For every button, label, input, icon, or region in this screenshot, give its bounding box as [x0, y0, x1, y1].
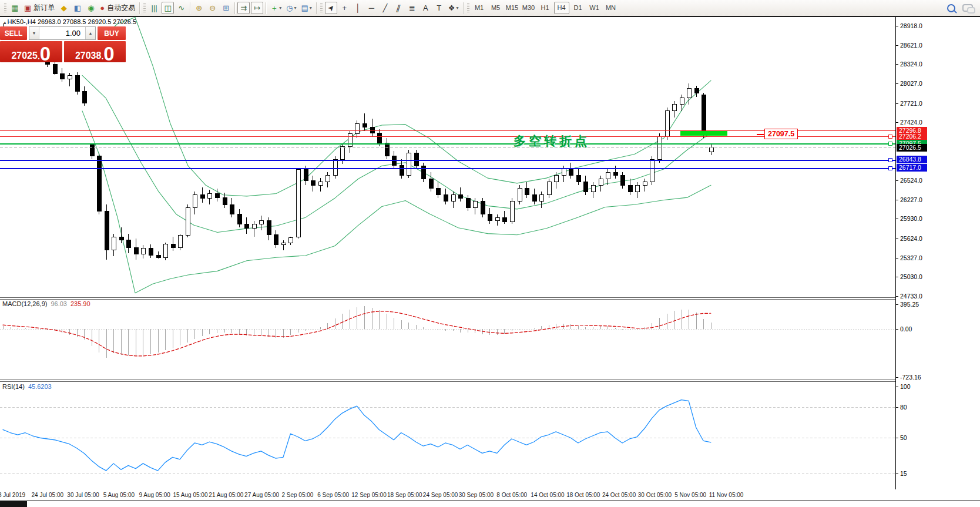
turning-point-annotation: 多空转折点 [514, 133, 590, 149]
timeframe-button-d1[interactable]: D1 [570, 2, 586, 14]
timeframe-button-m30[interactable]: M30 [521, 2, 536, 14]
time-axis: 3 Jul 201924 Jul 05:0030 Jul 05:005 Aug … [0, 491, 895, 500]
tf-w1-label: W1 [589, 5, 599, 11]
toolbar-grip[interactable] [467, 3, 469, 14]
timeframe-button-h4[interactable]: H4 [554, 2, 569, 14]
toolbar-separator [234, 2, 235, 14]
buy-button[interactable]: BUY [98, 26, 126, 40]
sell-price-box[interactable]: 27025.0 [0, 41, 62, 62]
toolbar-button-tile-windows[interactable]: ⊞ [220, 2, 232, 14]
templates-dropdown-icon[interactable]: ▾ [310, 5, 312, 11]
toolbar-button-crosshair[interactable]: + [338, 2, 351, 14]
toolbar-button-indicators[interactable]: ＋▾ [269, 2, 283, 14]
axis-tick-label: 28324.0 [900, 61, 922, 68]
timeframe-button-mn[interactable]: MN [603, 2, 619, 14]
volume-increase-button[interactable]: ▲ [85, 27, 95, 39]
macd-title: MACD(12,26,9) [2, 300, 47, 307]
toolbar-divider [0, 16, 980, 17]
sell-button[interactable]: SELL [0, 26, 27, 40]
toolbar-button-equidistant-channel[interactable]: ∥ [392, 2, 405, 14]
toolbar-button-auto-scroll[interactable]: ⇉ [237, 2, 250, 14]
rsi-indicator-label: RSI(14)45.6203 [2, 383, 52, 390]
toolbar-grip[interactable] [4, 3, 6, 14]
periods-dropdown-icon[interactable]: ▾ [294, 5, 297, 11]
axis-tick-label: 25327.0 [900, 254, 922, 261]
timeframe-button-h1[interactable]: H1 [538, 2, 553, 14]
toolbar-button-line-chart[interactable]: ∿ [175, 2, 187, 14]
date-tick-label: 5 Nov 05:00 [674, 492, 706, 498]
search-icon[interactable] [947, 4, 955, 12]
equidistant-channel-icon: ∥ [395, 4, 402, 12]
toolbar-button-chart-shift[interactable]: ↦ [251, 2, 263, 14]
axis-tick-label: 50 [900, 434, 907, 441]
toolbar-grip[interactable] [143, 3, 146, 14]
vertical-line-icon: │ [355, 4, 360, 12]
volume-input[interactable]: 1.00 [39, 27, 85, 39]
volume-decrease-button[interactable]: ▼ [29, 27, 39, 39]
auto-scroll-icon: ⇉ [240, 4, 247, 12]
profile-icon: ◧ [74, 4, 81, 12]
macd-pane[interactable] [0, 306, 895, 357]
toolbar-button-mql5-community[interactable]: ◆ [58, 2, 70, 14]
toolbar-button-signals[interactable]: ◉ [85, 2, 97, 14]
rsi-pane[interactable] [0, 400, 895, 474]
toolbar-button-fibonacci[interactable]: ≣ [406, 2, 418, 14]
toolbar-button-zoom-in[interactable]: ⊕ [193, 2, 205, 14]
toolbar-button-periods[interactable]: ◷▾ [284, 2, 298, 14]
toolbar-button-bar-chart[interactable]: ||| [148, 2, 160, 14]
chart-marker-icon: ▴ [4, 19, 6, 25]
toolbar-button-new-order[interactable]: ▣新订单 [22, 2, 56, 14]
toolbar-button-text[interactable]: A [419, 2, 432, 14]
axis-tick-label: 27721.0 [900, 100, 922, 107]
zoom-in-icon: ⊕ [196, 4, 202, 12]
price-tag-27026.5: 27026.5 [897, 144, 927, 152]
indicators-dropdown-icon[interactable]: ▾ [279, 5, 281, 11]
toolbar-button-vertical-line[interactable]: │ [352, 2, 364, 14]
price-note-box[interactable]: 27097.5 [764, 129, 798, 139]
axis-tick-label: 25930.0 [900, 215, 922, 222]
macd-value: 96.03 [51, 300, 67, 307]
tf-h4-label: H4 [557, 5, 565, 11]
statusbar [27, 501, 980, 507]
toolbar-button-cursor[interactable]: ➤ [325, 2, 337, 14]
toolbar-button-arrows[interactable]: ❖▾ [447, 2, 461, 14]
toolbar-button-text-label[interactable]: T [433, 2, 445, 14]
axis-tick-label: 26524.0 [900, 177, 922, 184]
toolbar-grip[interactable] [320, 3, 323, 14]
chart-canvas[interactable] [0, 17, 980, 507]
toolbar-button-auto-trading[interactable]: ●自动交易 [98, 2, 137, 14]
signals-icon: ◉ [88, 4, 94, 12]
arrows-dropdown-icon[interactable]: ▾ [457, 5, 459, 11]
price-tag-26843.8: 26843.8 [897, 156, 927, 163]
tile-windows-icon: ⊞ [223, 4, 229, 12]
toolbar-button-templates[interactable]: ▤▾ [300, 2, 314, 14]
axis-tick-label: 80 [900, 404, 907, 411]
timeframe-button-m15[interactable]: M15 [505, 2, 520, 14]
toolbar-button-horizontal-line[interactable]: ─ [365, 2, 378, 14]
buy-price-big-digit: 0 [103, 46, 114, 62]
tf-m15-label: M15 [506, 5, 518, 11]
trendline-icon: ╱ [382, 4, 387, 12]
date-tick-label: 6 Sep 05:00 [317, 492, 349, 498]
toolbar-button-zoom-out[interactable]: ⊖ [206, 2, 219, 14]
indicators-icon: ＋ [270, 4, 278, 12]
timeframe-button-w1[interactable]: W1 [587, 2, 602, 14]
buy-price-box[interactable]: 27038.0 [64, 41, 126, 62]
date-tick-label: 30 Jul 05:00 [67, 492, 99, 498]
timeframe-button-m5[interactable]: M5 [488, 2, 504, 14]
toolbar-separator [139, 2, 140, 14]
date-tick-label: 8 Oct 05:00 [496, 492, 527, 498]
toolbar-button-trendline[interactable]: ╱ [379, 2, 391, 14]
toolbar-separator [463, 2, 464, 14]
toolbar-button-profile[interactable]: ◧ [71, 2, 83, 14]
axis-tick-label: 395.25 [900, 301, 919, 308]
date-tick-label: 27 Aug 05:00 [244, 492, 279, 498]
timeframe-button-m1[interactable]: M1 [472, 2, 487, 14]
toolbar-button-candlestick-chart[interactable]: ◫ [162, 2, 174, 14]
axis-tick-label: 0.00 [900, 325, 912, 333]
new-order-icon: ▣ [24, 4, 31, 12]
price-tag-26717.0: 26717.0 [897, 164, 927, 172]
toolbar-button-new-chart[interactable]: ▦ [9, 2, 21, 14]
statusbar-left-block [0, 501, 27, 507]
chat-icon[interactable] [962, 4, 973, 12]
